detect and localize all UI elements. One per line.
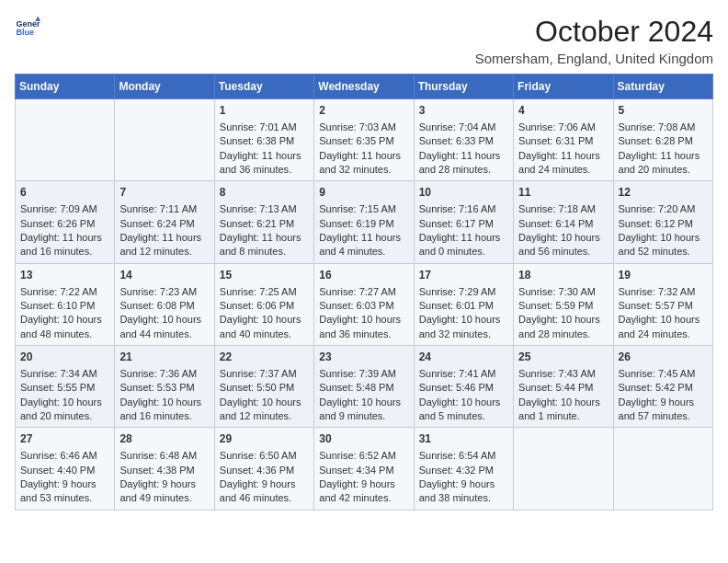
calendar-cell: 8Sunrise: 7:13 AMSunset: 6:21 PMDaylight… (214, 181, 313, 263)
calendar-body: 1Sunrise: 7:01 AMSunset: 6:38 PMDaylight… (16, 99, 713, 511)
sunrise-text: Sunrise: 7:36 AM (119, 367, 209, 381)
calendar-cell: 27Sunrise: 6:46 AMSunset: 4:40 PMDayligh… (16, 428, 115, 510)
sunrise-text: Sunrise: 7:41 AM (419, 367, 508, 381)
page-header: General Blue October 2024 Somersham, Eng… (15, 15, 713, 66)
logo: General Blue (15, 15, 42, 40)
calendar-week-row: 6Sunrise: 7:09 AMSunset: 6:26 PMDaylight… (16, 181, 713, 263)
calendar-cell: 4Sunrise: 7:06 AMSunset: 6:31 PMDaylight… (514, 99, 613, 181)
sunrise-text: Sunrise: 7:04 AM (419, 121, 508, 134)
day-number: 9 (319, 185, 408, 201)
day-header-tuesday: Tuesday (214, 75, 313, 99)
calendar-cell: 10Sunrise: 7:16 AMSunset: 6:17 PMDayligh… (414, 181, 513, 263)
sunset-text: Sunset: 5:57 PM (619, 299, 708, 313)
calendar-table: SundayMondayTuesdayWednesdayThursdayFrid… (15, 74, 713, 511)
daylight-text: Daylight: 11 hours and 4 minutes. (319, 231, 408, 259)
daylight-text: Daylight: 10 hours and 12 minutes. (220, 396, 309, 424)
day-number: 31 (419, 431, 508, 447)
calendar-cell: 19Sunrise: 7:32 AMSunset: 5:57 PMDayligh… (613, 263, 712, 345)
day-header-friday: Friday (514, 75, 613, 99)
sunset-text: Sunset: 6:19 PM (319, 217, 408, 231)
sunset-text: Sunset: 6:06 PM (220, 299, 309, 313)
daylight-text: Daylight: 9 hours and 38 minutes. (419, 477, 508, 506)
day-number: 30 (319, 431, 408, 447)
sunrise-text: Sunrise: 7:43 AM (518, 367, 608, 381)
sunset-text: Sunset: 4:34 PM (319, 464, 408, 477)
sunrise-text: Sunrise: 7:03 AM (319, 121, 408, 134)
sunrise-text: Sunrise: 7:25 AM (220, 285, 309, 299)
sunset-text: Sunset: 6:28 PM (619, 134, 708, 148)
sunset-text: Sunset: 6:17 PM (419, 217, 508, 231)
sunset-text: Sunset: 5:48 PM (319, 381, 408, 395)
sunset-text: Sunset: 6:26 PM (20, 217, 109, 231)
sunrise-text: Sunrise: 7:06 AM (518, 121, 608, 134)
sunrise-text: Sunrise: 7:11 AM (119, 202, 209, 216)
calendar-cell: 25Sunrise: 7:43 AMSunset: 5:44 PMDayligh… (514, 346, 613, 428)
day-number: 23 (319, 350, 408, 365)
day-number: 22 (220, 350, 309, 365)
sunset-text: Sunset: 6:38 PM (220, 134, 309, 148)
daylight-text: Daylight: 11 hours and 12 minutes. (119, 231, 209, 259)
day-number: 25 (518, 350, 608, 365)
sunset-text: Sunset: 5:53 PM (119, 381, 209, 395)
day-header-wednesday: Wednesday (314, 75, 414, 99)
sunset-text: Sunset: 5:55 PM (20, 381, 109, 395)
day-number: 1 (220, 103, 309, 119)
calendar-cell: 13Sunrise: 7:22 AMSunset: 6:10 PMDayligh… (16, 263, 115, 345)
daylight-text: Daylight: 10 hours and 52 minutes. (619, 231, 708, 259)
calendar-cell: 1Sunrise: 7:01 AMSunset: 6:38 PMDaylight… (214, 99, 313, 181)
daylight-text: Daylight: 11 hours and 24 minutes. (518, 149, 608, 178)
sunrise-text: Sunrise: 7:37 AM (220, 367, 309, 381)
calendar-cell (514, 428, 613, 510)
sunset-text: Sunset: 5:44 PM (518, 381, 608, 395)
sunrise-text: Sunrise: 7:09 AM (20, 202, 109, 216)
sunrise-text: Sunrise: 6:54 AM (419, 449, 508, 463)
day-number: 3 (419, 103, 508, 119)
sunset-text: Sunset: 4:38 PM (119, 464, 209, 477)
day-number: 19 (619, 268, 708, 283)
calendar-cell: 29Sunrise: 6:50 AMSunset: 4:36 PMDayligh… (214, 428, 313, 510)
sunrise-text: Sunrise: 7:27 AM (319, 285, 408, 299)
sunrise-text: Sunrise: 6:52 AM (319, 449, 408, 463)
day-number: 16 (319, 268, 408, 283)
calendar-cell: 15Sunrise: 7:25 AMSunset: 6:06 PMDayligh… (214, 263, 313, 345)
calendar-cell (115, 99, 214, 181)
calendar-cell: 14Sunrise: 7:23 AMSunset: 6:08 PMDayligh… (115, 263, 214, 345)
day-number: 2 (319, 103, 408, 119)
daylight-text: Daylight: 9 hours and 49 minutes. (119, 477, 209, 506)
sunrise-text: Sunrise: 7:32 AM (619, 285, 708, 299)
daylight-text: Daylight: 11 hours and 28 minutes. (419, 149, 508, 178)
day-header-saturday: Saturday (613, 75, 712, 99)
calendar-cell: 21Sunrise: 7:36 AMSunset: 5:53 PMDayligh… (115, 346, 214, 428)
svg-text:Blue: Blue (16, 28, 34, 37)
sunset-text: Sunset: 4:36 PM (220, 464, 309, 477)
sunset-text: Sunset: 6:12 PM (619, 217, 708, 231)
calendar-cell: 5Sunrise: 7:08 AMSunset: 6:28 PMDaylight… (613, 99, 712, 181)
sunrise-text: Sunrise: 7:22 AM (20, 285, 109, 299)
daylight-text: Daylight: 10 hours and 40 minutes. (220, 313, 309, 341)
calendar-cell: 20Sunrise: 7:34 AMSunset: 5:55 PMDayligh… (16, 346, 115, 428)
calendar-cell: 2Sunrise: 7:03 AMSunset: 6:35 PMDaylight… (314, 99, 414, 181)
calendar-cell: 22Sunrise: 7:37 AMSunset: 5:50 PMDayligh… (214, 346, 313, 428)
sunset-text: Sunset: 6:24 PM (119, 217, 209, 231)
day-number: 4 (518, 103, 608, 119)
sunrise-text: Sunrise: 7:34 AM (20, 367, 109, 381)
sunset-text: Sunset: 5:46 PM (419, 381, 508, 395)
calendar-cell: 7Sunrise: 7:11 AMSunset: 6:24 PMDaylight… (115, 181, 214, 263)
day-number: 20 (20, 350, 109, 365)
calendar-week-row: 1Sunrise: 7:01 AMSunset: 6:38 PMDaylight… (16, 99, 713, 181)
calendar-week-row: 13Sunrise: 7:22 AMSunset: 6:10 PMDayligh… (16, 263, 713, 345)
sunset-text: Sunset: 6:31 PM (518, 134, 608, 148)
sunrise-text: Sunrise: 7:29 AM (419, 285, 508, 299)
calendar-cell: 12Sunrise: 7:20 AMSunset: 6:12 PMDayligh… (613, 181, 712, 263)
day-number: 18 (518, 268, 608, 283)
day-number: 27 (20, 431, 109, 447)
daylight-text: Daylight: 11 hours and 0 minutes. (419, 231, 508, 259)
month-title: October 2024 (475, 15, 713, 49)
sunrise-text: Sunrise: 7:13 AM (220, 202, 309, 216)
day-number: 21 (119, 350, 209, 365)
daylight-text: Daylight: 10 hours and 5 minutes. (419, 396, 508, 424)
day-number: 24 (419, 350, 508, 365)
sunset-text: Sunset: 5:59 PM (518, 299, 608, 313)
day-number: 8 (220, 185, 309, 201)
sunrise-text: Sunrise: 6:48 AM (119, 449, 209, 463)
